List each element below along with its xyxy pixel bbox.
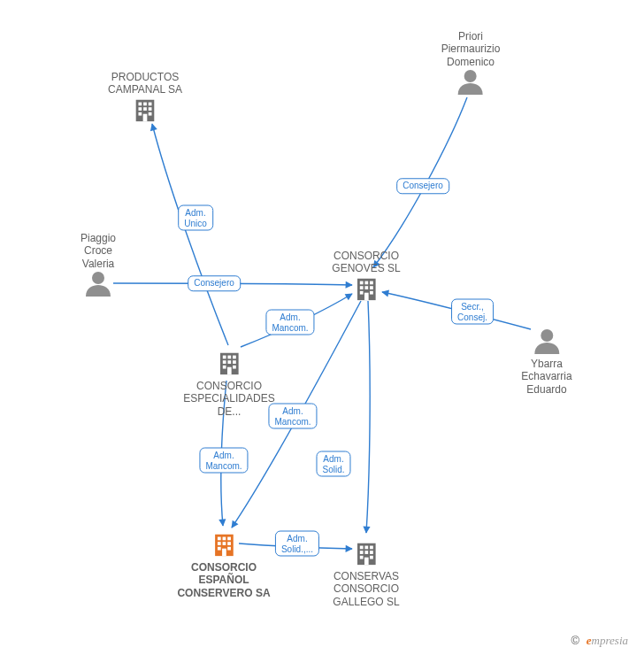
svg-rect-32 (227, 367, 232, 374)
person-icon (532, 328, 562, 354)
node-label: Priori Piermaurizio Domenico (441, 30, 501, 68)
svg-rect-2 (143, 102, 147, 105)
node-label: CONSERVAS CONSORCIO GALLEGO SL (333, 570, 399, 608)
svg-rect-42 (222, 549, 226, 556)
svg-rect-52 (364, 558, 369, 565)
edge-tag-e3[interactable]: Consejero (188, 275, 241, 291)
svg-rect-29 (233, 360, 236, 364)
svg-rect-1 (139, 102, 142, 105)
svg-rect-38 (222, 542, 226, 545)
svg-rect-50 (360, 556, 364, 559)
svg-rect-26 (233, 356, 236, 359)
svg-point-11 (92, 272, 104, 284)
svg-rect-6 (149, 107, 152, 111)
svg-rect-17 (364, 286, 368, 289)
svg-rect-37 (217, 542, 220, 545)
node-label: PRODUCTOS CAMPANAL SA (108, 71, 182, 96)
svg-rect-30 (223, 366, 226, 369)
node-consorcio_genoves[interactable]: CONSORCIO GENOVES SL (332, 246, 400, 302)
node-consorcio_espanol[interactable]: CONSORCIO ESPAÑOL CONSERVERO SA (177, 531, 270, 599)
svg-rect-14 (364, 281, 368, 284)
node-label: Piaggio Croce Valeria (80, 232, 116, 270)
building-icon (216, 350, 242, 376)
edge-tag-e7[interactable]: Adm. Mancom. (199, 448, 248, 474)
svg-rect-49 (370, 551, 373, 554)
person-icon (456, 68, 486, 95)
edge-tag-e9[interactable]: Adm. Solid.,... (275, 531, 319, 557)
svg-rect-4 (139, 107, 142, 111)
svg-rect-13 (360, 281, 364, 284)
edge-e8 (366, 301, 370, 533)
attribution: © empresia (571, 634, 628, 648)
node-conservas_gallego[interactable]: CONSERVAS CONSORCIO GALLEGO SL (333, 540, 399, 608)
svg-rect-46 (370, 546, 373, 550)
svg-rect-18 (370, 286, 373, 289)
svg-rect-20 (370, 291, 373, 295)
svg-rect-21 (364, 292, 369, 299)
svg-rect-8 (149, 112, 152, 116)
svg-rect-5 (143, 107, 147, 111)
graph-canvas: Adm. UnicoConsejeroConsejeroAdm. Mancom.… (0, 0, 644, 655)
building-icon (353, 275, 380, 302)
node-label: CONSORCIO ESPECIALIDADES DE... (183, 380, 274, 418)
node-label: CONSORCIO GENOVES SL (332, 250, 400, 275)
building-icon (132, 96, 158, 123)
svg-rect-41 (227, 547, 231, 551)
svg-rect-45 (364, 546, 368, 550)
building-icon (353, 540, 380, 566)
copyright-symbol: © (571, 634, 580, 647)
svg-rect-19 (360, 291, 364, 295)
svg-point-22 (540, 329, 553, 342)
svg-rect-9 (143, 113, 148, 120)
svg-rect-24 (223, 356, 226, 359)
svg-rect-25 (227, 356, 231, 359)
svg-rect-51 (370, 556, 373, 559)
svg-point-10 (464, 70, 477, 82)
svg-rect-48 (364, 551, 368, 554)
edge-tag-e4[interactable]: Adm. Mancom. (265, 310, 314, 335)
svg-rect-31 (233, 366, 236, 369)
svg-rect-47 (360, 551, 364, 554)
node-ybarra[interactable]: Ybarra Echavarria Eduardo (521, 328, 571, 396)
brand-rest: mpresia (592, 634, 628, 647)
svg-rect-3 (149, 102, 152, 105)
edge-tag-e2[interactable]: Consejero (396, 178, 449, 194)
svg-rect-39 (227, 542, 231, 545)
node-priori[interactable]: Priori Piermaurizio Domenico (441, 27, 501, 95)
edge-e1 (152, 124, 228, 345)
edge-tag-e6[interactable]: Adm. Mancom. (268, 404, 317, 429)
svg-rect-40 (217, 547, 220, 551)
svg-rect-34 (217, 537, 220, 541)
edge-tag-e8[interactable]: Adm. Solid. (316, 451, 350, 477)
svg-rect-27 (223, 360, 226, 364)
edge-tag-e1[interactable]: Adm. Unico (178, 205, 213, 231)
svg-rect-15 (370, 281, 373, 284)
svg-rect-36 (227, 537, 231, 541)
building-icon (211, 531, 237, 558)
svg-rect-16 (360, 286, 364, 289)
node-piaggio[interactable]: Piaggio Croce Valeria (80, 228, 116, 297)
node-label: CONSORCIO ESPAÑOL CONSERVERO SA (177, 561, 270, 599)
svg-rect-7 (139, 112, 142, 116)
svg-rect-28 (227, 360, 231, 364)
svg-rect-44 (360, 546, 364, 550)
person-icon (83, 270, 113, 297)
node-productos_campanal[interactable]: PRODUCTOS CAMPANAL SA (108, 67, 182, 123)
node-consorcio_especialidades[interactable]: CONSORCIO ESPECIALIDADES DE... (183, 350, 274, 418)
edge-tag-e5[interactable]: Secr., Consej. (451, 299, 494, 325)
node-label: Ybarra Echavarria Eduardo (521, 358, 571, 396)
svg-rect-35 (222, 537, 226, 541)
